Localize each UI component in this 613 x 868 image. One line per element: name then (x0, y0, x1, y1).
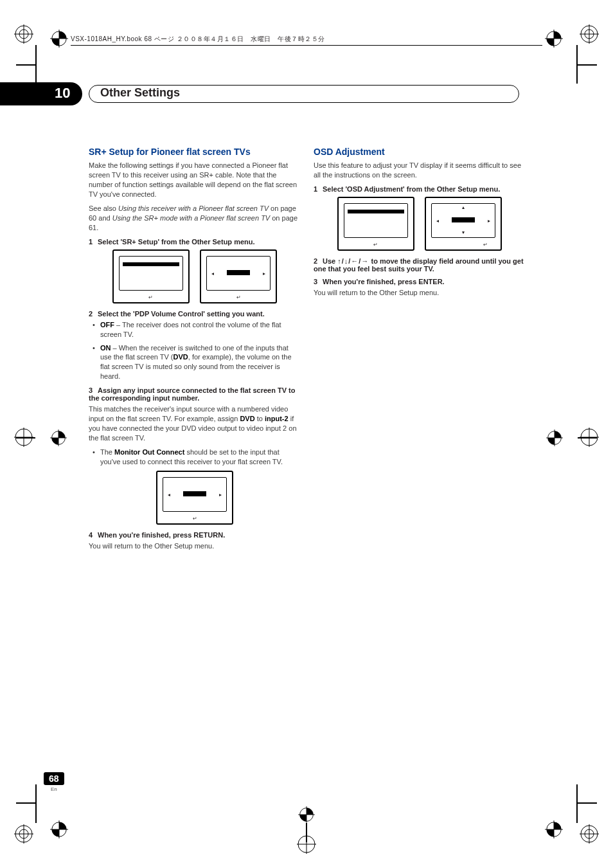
step-number: 2 (89, 310, 98, 318)
step-text: Select 'OSD Adjustment' from the Other S… (323, 185, 500, 193)
osd-step-3: 3When you're finished, press ENTER. (314, 278, 526, 285)
registration-mark-icon (546, 429, 563, 446)
text: The (100, 448, 114, 456)
right-column: OSD Adjustment Use this feature to adjus… (314, 147, 526, 303)
tv-diagram-icon: ▴ ▾ ◂ ▸ ↵ (425, 197, 502, 251)
option-text-bold: DVD (173, 353, 188, 361)
step-text: When you're finished, press RETURN. (98, 531, 225, 539)
arrow-left-icon: ◂ (211, 271, 214, 276)
crop-mark (35, 784, 37, 823)
step-text: When you're finished, press ENTER. (323, 278, 445, 285)
registration-mark-icon (580, 428, 599, 447)
return-icon: ↵ (373, 242, 378, 248)
text: to (255, 415, 265, 422)
registration-mark-icon (50, 820, 68, 838)
crop-mark (576, 784, 578, 823)
step-text: Select 'SR+ Setup' from the Other Setup … (98, 238, 255, 246)
step-number: 3 (314, 278, 323, 285)
crop-mark (578, 802, 597, 804)
return-icon: ↵ (236, 294, 241, 300)
osd-step-2: 2Use ↑/↓/←/→ to move the display field a… (314, 257, 526, 273)
step-text: Use (323, 257, 337, 265)
step-text: Select the 'PDP Volume Control' setting … (98, 310, 265, 318)
tv-diagram-icon: ◂ ▸ ↵ (156, 471, 233, 525)
crop-mark (16, 802, 35, 804)
text-bold: Monitor Out Connect (114, 448, 184, 456)
registration-mark-icon (545, 30, 563, 48)
arrow-left-icon: ◂ (436, 218, 439, 224)
crop-mark (578, 64, 597, 66)
osd-step-3-body: You will return to the Other Setup menu. (314, 288, 526, 298)
registration-mark-icon (14, 824, 33, 844)
arrow-up-icon: ▴ (462, 204, 465, 210)
registration-mark-icon (50, 30, 68, 48)
arrow-down-icon: ▾ (462, 230, 465, 235)
return-icon: ↵ (193, 516, 197, 521)
step-number: 4 (89, 531, 98, 539)
tv-diagram-icon: ◂ ▸ ↵ (200, 249, 277, 303)
registration-mark-icon (14, 428, 33, 447)
registration-mark-icon (580, 824, 599, 844)
option-text: – The receiver does not control the volu… (100, 321, 281, 338)
arrow-right-icon: ▸ (488, 218, 490, 224)
running-header-rule (71, 45, 542, 46)
list-item: The Monitor Out Connect should be set to… (100, 448, 301, 467)
sr-step-3: 3Assign any input source connected to th… (89, 386, 301, 402)
registration-mark-icon (14, 24, 33, 44)
osd-heading: OSD Adjustment (314, 147, 526, 157)
option-on: ON – When the receiver is switched to on… (100, 343, 301, 381)
left-column: SR+ Setup for Pioneer flat screen TVs Ma… (89, 147, 301, 556)
chapter-header: 10 Other Settings (0, 82, 514, 105)
crop-mark (35, 45, 37, 84)
chapter-title-wrap: Other Settings (89, 82, 519, 105)
registration-mark-icon (580, 24, 599, 44)
text: See also (89, 204, 118, 212)
arrow-right-icon: ▸ (219, 492, 222, 498)
page: VSX-1018AH_HY.book 68 ページ ２００８年４月１６日 水曜日… (0, 0, 613, 868)
tv-diagram-icon: ↵ (112, 249, 190, 303)
osd-step-1: 1Select 'OSD Adjustment' from the Other … (314, 185, 526, 193)
sr-figure-2: ◂ ▸ ↵ (89, 471, 301, 525)
monitor-out-note: The Monitor Out Connect should be set to… (89, 448, 301, 467)
registration-mark-icon (545, 820, 563, 838)
option-label: ON (100, 344, 111, 352)
page-language: En (44, 786, 64, 792)
sr-figure-1: ↵ ◂ ▸ ↵ (89, 249, 301, 303)
text-italic: Using this receiver with a Pioneer flat … (118, 204, 269, 212)
crop-mark (16, 64, 35, 66)
sr-step-4: 4When you're finished, press RETURN. (89, 531, 301, 539)
sr-step-2: 2Select the 'PDP Volume Control' setting… (89, 310, 301, 318)
tv-diagram-icon: ↵ (337, 197, 414, 251)
pdp-volume-options: OFF – The receiver does not control the … (89, 320, 301, 381)
step-text: Assign any input source connected to the… (89, 386, 295, 402)
running-header-text: VSX-1018AH_HY.book 68 ページ ２００８年４月１６日 水曜日… (71, 35, 325, 42)
sr-setup-seealso: See also Using this receiver with a Pion… (89, 204, 301, 233)
sr-setup-intro: Make the following settings if you have … (89, 161, 301, 199)
step-number: 2 (314, 257, 323, 265)
option-off: OFF – The receiver does not control the … (100, 320, 301, 339)
running-header: VSX-1018AH_HY.book 68 ページ ２００８年４月１６日 水曜日… (71, 35, 542, 46)
text-bold: DVD (240, 415, 254, 422)
crop-mark (576, 45, 578, 84)
text-italic: Using the SR+ mode with a Pioneer flat s… (112, 214, 270, 222)
sr-step-4-body: You will return to the Other Setup menu. (89, 541, 301, 551)
registration-mark-icon (50, 429, 67, 446)
chapter-number: 10 (55, 85, 70, 102)
step-number: 3 (89, 386, 98, 394)
osd-figure-1: ↵ ▴ ▾ ◂ ▸ ↵ (314, 197, 526, 251)
text-bold: input-2 (265, 415, 289, 422)
sr-step-3-body: This matches the receiver's input source… (89, 404, 301, 442)
sr-step-1: 1Select 'SR+ Setup' from the Other Setup… (89, 238, 301, 246)
arrow-left-icon: ◂ (168, 492, 170, 498)
option-label: OFF (100, 321, 114, 329)
sr-setup-heading: SR+ Setup for Pioneer flat screen TVs (89, 147, 301, 157)
arrow-right-icon: ▸ (263, 271, 265, 276)
arrow-keys-icon: ↑/↓/←/→ (337, 257, 369, 265)
return-icon: ↵ (148, 294, 153, 300)
return-icon: ↵ (483, 242, 488, 248)
step-number: 1 (89, 238, 98, 246)
registration-mark-icon (297, 835, 316, 854)
chapter-title: Other Settings (96, 86, 184, 100)
page-number-wrap: 68 En (44, 772, 64, 792)
step-number: 1 (314, 185, 323, 193)
